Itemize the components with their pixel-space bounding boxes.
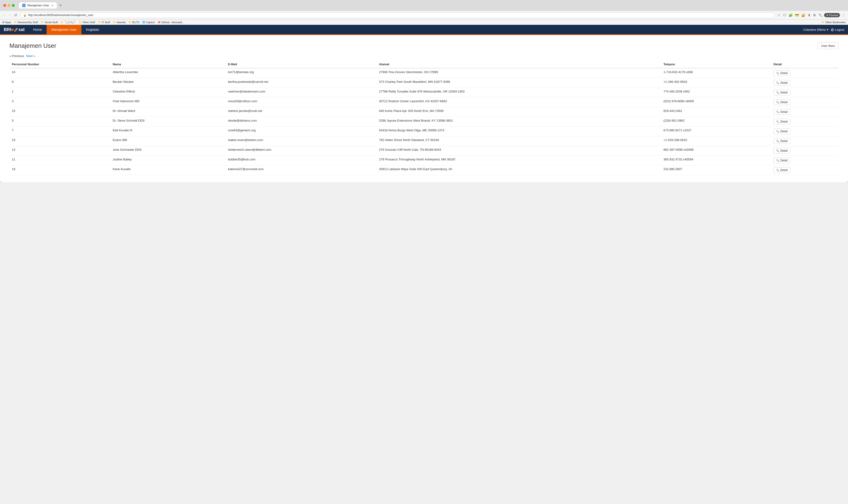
bookmark-it-label: IT Stuff [102,21,110,24]
bookmark-shrug-label: ¯\_(ツ)_/¯ [65,20,76,24]
folder-icon-3: 📁 [60,21,64,23]
cell-nama: Evans Will [110,136,225,146]
extension2-icon[interactable]: 🔧 [818,13,823,18]
detail-btn-label: Detail [780,159,788,162]
cell-personnel-number: 13 [10,146,110,156]
bookmark-it-stuff[interactable]: 📁 IT Stuff [98,21,110,24]
star-button[interactable]: ☆ [777,13,781,18]
maximize-button[interactable] [12,4,15,7]
search-icon: 🔍 [776,91,779,94]
cell-personnel-number: 11 [10,156,110,165]
refresh-button[interactable]: ↺ [13,13,18,18]
forward-button[interactable]: › [8,13,11,18]
cell-telepon: 365.932.4732 x45594 [661,156,771,165]
detail-button[interactable]: 🔍 Detail [774,138,790,144]
bookmark-github[interactable]: 🐙 GitHub - themadd... [158,21,184,24]
detail-button[interactable]: 🔍 Detail [774,70,790,76]
nav-kegiatan[interactable]: Kegiatan [82,25,104,34]
brand: BRI■🚀sat [0,25,29,34]
cell-alamat: 20913 Labaeck Ways Suite 040 East Queens… [377,165,661,175]
nav-logout-button[interactable]: ⏻ Logout [831,28,844,32]
chevron-down-icon: ▾ [827,28,828,32]
detail-btn-label: Detail [780,149,788,152]
detail-button[interactable]: 🔍 Detail [774,119,790,124]
cell-telepon: 232.680.2007 [661,165,771,175]
toolbar-icons: ☆ 🛡 🧩 💳 🔐 ⬇ ⚙ 🔧 ⏸ Paused ⋮ [777,13,846,18]
bookmark-other-stuff[interactable]: 📁 Other Stuff [79,21,95,24]
tab-title: Manajemen User [28,4,49,7]
detail-btn-label: Detail [780,139,788,143]
close-button[interactable] [3,4,6,7]
prev-link[interactable]: « Previous [10,54,24,58]
detail-button[interactable]: 🔍 Detail [774,148,790,154]
cell-email: lori71@kerluke.org [226,68,377,78]
active-tab[interactable]: M Manajemen User ✕ [19,2,57,8]
folder-icon-2: 📁 [41,21,43,23]
extension-icon[interactable]: 🧩 [788,13,793,18]
detail-btn-label: Detail [780,120,788,123]
nav-user[interactable]: Celestine Effertz ▾ [803,28,828,32]
cell-alamat: 276 Gonzalo Cliff North Cale, TN 80188-6… [377,146,661,156]
github-icon: 🐙 [158,21,160,23]
shield-icon[interactable]: 🛡 [782,13,787,18]
bookmark-islandia[interactable]: 📁 Islandia [113,21,126,24]
detail-button[interactable]: 🔍 Detail [774,80,790,86]
download-icon[interactable]: ⬇ [807,13,811,18]
globe-icon: 🌐 [142,21,145,23]
folder-icon-7: 📁 [128,21,131,23]
header-row: Personnel Number Nama E-Mail Alamat Tele… [10,60,838,68]
settings-icon[interactable]: ⚙ [812,13,817,18]
new-tab-button[interactable]: + [58,3,64,8]
table-row: 3 Chet Halvorson MD nona29@rolfson.com 3… [10,97,838,107]
bookmark-ielts[interactable]: 📁 IELTS [128,21,139,24]
bookmark-ielts-label: IELTS [132,21,139,24]
cell-alamat: 782 Helen Shore North Silasland, CT 6018… [377,136,661,146]
search-icon: 🔍 [776,82,779,85]
cell-personnel-number: 3 [10,97,110,107]
table-row: 11 Justine Bailey bobbie35@kub.com 278 P… [10,156,838,165]
bookmark-other-stuff-label: Other Stuff [83,21,95,24]
minimize-button[interactable] [7,4,11,7]
cell-email: isabel.moen@barton.com [226,136,377,146]
nav-user-label: Celestine Effertz [803,28,826,32]
bookmark-newsworthy[interactable]: 📁 Newsworthy Stuff [14,21,38,24]
other-bookmarks[interactable]: 📁 Other Bookmarks [822,21,846,24]
bookmark-apps[interactable]: ⊞ Apps [2,21,11,24]
cell-nama: Albertha Leuschke [110,68,225,78]
detail-button[interactable]: 🔍 Detail [774,128,790,134]
detail-btn-label: Detail [780,110,788,113]
back-button[interactable]: ‹ [2,13,6,18]
cell-personnel-number: 23 [10,136,110,146]
address-bar[interactable]: 🔒 http://localhost:8000/administrator/ma… [20,12,775,18]
bookmark-captive[interactable]: 🌐 Captive [142,21,155,24]
paused-label: Paused [829,14,838,17]
cell-nama: Dr. Steve Schmidt DDS [110,117,225,127]
detail-button[interactable]: 🔍 Detail [774,100,790,105]
bookmarks-folder-icon: 📁 [822,21,824,23]
cell-nama: Jose Schroeder DDS [110,146,225,156]
folder-icon-5: 📁 [98,21,101,23]
user-baru-button[interactable]: User Baru [817,42,838,49]
folder-icon-4: 📁 [79,21,82,23]
bookmark-social[interactable]: 📁 Social Stuff [41,21,57,24]
table-row: 8 Beulah Steuber bertha.powlowski@carrol… [10,78,838,88]
lock-icon-btn[interactable]: 🔐 [801,13,806,18]
detail-button[interactable]: 🔍 Detail [774,158,790,163]
paused-icon: ⏸ [826,14,829,17]
tab-close-button[interactable]: ✕ [51,4,53,7]
nav-manajemen[interactable]: Manajemen User [47,25,82,34]
wallet-icon[interactable]: 💳 [794,13,800,18]
bookmark-shrug[interactable]: 📁 ¯\_(ツ)_/¯ [60,20,76,24]
nav-home[interactable]: Home [29,25,47,34]
detail-button[interactable]: 🔍 Detail [774,109,790,115]
detail-button[interactable]: 🔍 Detail [774,90,790,95]
menu-button[interactable]: ⋮ [841,13,846,18]
paused-button[interactable]: ⏸ Paused [824,13,840,17]
next-link[interactable]: Next » [26,54,35,58]
browser-titlebar: M Manajemen User ✕ + [0,0,848,11]
cell-detail: 🔍 Detail [771,88,838,97]
detail-button[interactable]: 🔍 Detail [774,167,790,173]
lock-icon: 🔒 [23,14,26,17]
main-content: Manajemen User User Baru « Previous Next… [0,35,848,182]
pagination: « Previous Next » [10,54,838,58]
